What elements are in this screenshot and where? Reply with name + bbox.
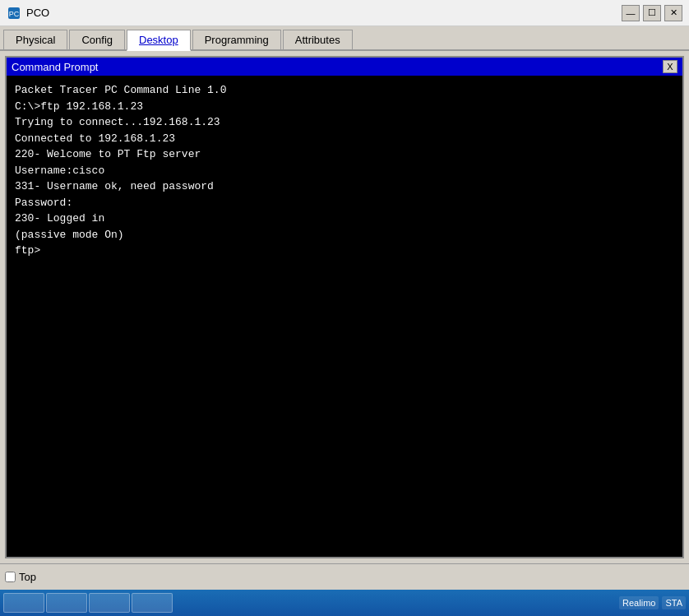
- cmd-window-title: Command Prompt: [12, 61, 98, 73]
- maximize-button[interactable]: ☐: [643, 5, 661, 21]
- tab-bar: Physical Config Desktop Programming Attr…: [0, 26, 689, 51]
- window-title: PCO: [26, 7, 49, 19]
- taskbar-item-2[interactable]: [46, 593, 87, 613]
- taskbar-clock: STA: [662, 596, 686, 609]
- cmd-output[interactable]: Packet Tracer PC Command Line 1.0 C:\>ft…: [7, 76, 682, 557]
- pco-icon: PC: [7, 6, 21, 21]
- title-bar: PC PCO — ☐ ✕: [0, 0, 689, 26]
- tab-desktop[interactable]: Desktop: [127, 30, 191, 51]
- cmd-close-button[interactable]: X: [663, 60, 677, 73]
- bottom-bar: Top: [0, 563, 689, 590]
- top-checkbox[interactable]: [5, 572, 16, 582]
- close-button[interactable]: ✕: [664, 5, 682, 21]
- taskbar: Realimo STA: [0, 590, 689, 616]
- command-prompt-window: Command Prompt X Packet Tracer PC Comman…: [5, 56, 684, 558]
- minimize-button[interactable]: —: [622, 5, 640, 21]
- tab-physical[interactable]: Physical: [3, 30, 67, 49]
- taskbar-item-3[interactable]: [89, 593, 130, 613]
- taskbar-item-4[interactable]: [132, 593, 173, 613]
- top-checkbox-label[interactable]: Top: [5, 571, 36, 583]
- top-label: Top: [19, 571, 36, 583]
- taskbar-right: Realimo STA: [619, 596, 686, 609]
- tab-attributes[interactable]: Attributes: [283, 30, 353, 49]
- tab-programming[interactable]: Programming: [192, 30, 281, 49]
- svg-text:PC: PC: [9, 10, 20, 18]
- cmd-titlebar: Command Prompt X: [7, 58, 682, 76]
- title-bar-controls: — ☐ ✕: [622, 5, 682, 21]
- taskbar-item-1[interactable]: [3, 593, 44, 613]
- title-bar-left: PC PCO: [7, 6, 49, 21]
- taskbar-system-tray: Realimo: [619, 596, 659, 609]
- main-content: Command Prompt X Packet Tracer PC Comman…: [0, 51, 689, 563]
- tab-config[interactable]: Config: [69, 30, 125, 49]
